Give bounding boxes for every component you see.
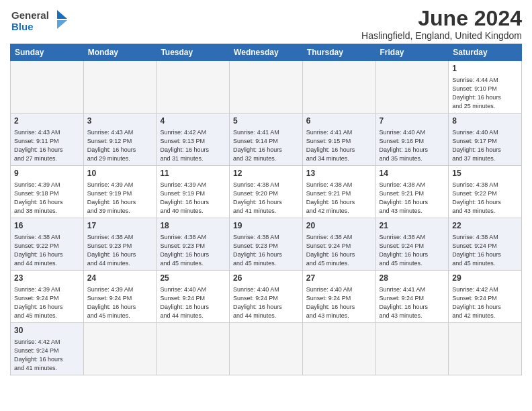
day-info: Sunrise: 4:41 AM Sunset: 9:24 PM Dayligh… — [380, 285, 445, 320]
calendar-day-cell — [375, 61, 449, 113]
day-number: 5 — [233, 116, 299, 127]
weekday-header-saturday: Saturday — [449, 44, 522, 61]
calendar-table: SundayMondayTuesdayWednesdayThursdayFrid… — [10, 44, 522, 375]
day-number: 14 — [380, 168, 445, 179]
day-number: 1 — [452, 63, 518, 75]
calendar-week-row: 1Sunrise: 4:44 AM Sunset: 9:10 PM Daylig… — [11, 61, 522, 113]
calendar-day-cell: 10Sunrise: 4:39 AM Sunset: 9:19 PM Dayli… — [83, 166, 157, 218]
day-number: 22 — [452, 220, 518, 232]
day-number: 23 — [14, 273, 80, 284]
day-number: 7 — [380, 116, 445, 127]
calendar-day-cell: 23Sunrise: 4:39 AM Sunset: 9:24 PM Dayli… — [11, 271, 84, 323]
title-block: June 2024 Haslingfield, England, United … — [361, 7, 522, 41]
calendar-day-cell: 9Sunrise: 4:39 AM Sunset: 9:18 PM Daylig… — [11, 166, 84, 218]
calendar-day-cell: 12Sunrise: 4:38 AM Sunset: 9:20 PM Dayli… — [230, 166, 303, 218]
day-number: 4 — [160, 116, 226, 127]
calendar-day-cell — [230, 61, 303, 113]
day-info: Sunrise: 4:38 AM Sunset: 9:21 PM Dayligh… — [380, 181, 445, 216]
calendar-day-cell: 19Sunrise: 4:38 AM Sunset: 9:23 PM Dayli… — [230, 218, 303, 271]
calendar-day-cell: 16Sunrise: 4:38 AM Sunset: 9:22 PM Dayli… — [11, 218, 84, 271]
day-info: Sunrise: 4:43 AM Sunset: 9:11 PM Dayligh… — [14, 128, 80, 163]
day-info: Sunrise: 4:38 AM Sunset: 9:23 PM Dayligh… — [87, 233, 153, 268]
calendar-day-cell: 28Sunrise: 4:41 AM Sunset: 9:24 PM Dayli… — [375, 271, 449, 323]
day-number: 21 — [380, 220, 445, 232]
day-info: Sunrise: 4:39 AM Sunset: 9:19 PM Dayligh… — [160, 181, 226, 216]
day-info: Sunrise: 4:42 AM Sunset: 9:24 PM Dayligh… — [14, 338, 80, 373]
calendar-week-row: 30Sunrise: 4:42 AM Sunset: 9:24 PM Dayli… — [11, 323, 522, 375]
day-number: 6 — [306, 116, 372, 127]
calendar-day-cell: 24Sunrise: 4:39 AM Sunset: 9:24 PM Dayli… — [83, 271, 157, 323]
day-number: 3 — [87, 116, 153, 127]
day-info: Sunrise: 4:38 AM Sunset: 9:23 PM Dayligh… — [160, 233, 226, 268]
day-info: Sunrise: 4:42 AM Sunset: 9:24 PM Dayligh… — [452, 285, 518, 320]
day-number: 18 — [160, 220, 226, 232]
weekday-header-monday: Monday — [83, 44, 157, 61]
calendar-day-cell: 20Sunrise: 4:38 AM Sunset: 9:24 PM Dayli… — [302, 218, 375, 271]
weekday-header-thursday: Thursday — [302, 44, 375, 61]
day-number: 25 — [160, 273, 226, 284]
calendar-day-cell: 29Sunrise: 4:42 AM Sunset: 9:24 PM Dayli… — [449, 271, 522, 323]
calendar-day-cell: 4Sunrise: 4:42 AM Sunset: 9:13 PM Daylig… — [157, 113, 230, 166]
svg-marker-2 — [57, 10, 67, 19]
day-info: Sunrise: 4:39 AM Sunset: 9:18 PM Dayligh… — [14, 181, 80, 216]
calendar-week-row: 9Sunrise: 4:39 AM Sunset: 9:18 PM Daylig… — [11, 166, 522, 218]
day-number: 20 — [306, 220, 372, 232]
weekday-header-tuesday: Tuesday — [157, 44, 230, 61]
day-info: Sunrise: 4:38 AM Sunset: 9:24 PM Dayligh… — [380, 233, 445, 268]
day-info: Sunrise: 4:44 AM Sunset: 9:10 PM Dayligh… — [452, 76, 518, 111]
calendar-day-cell: 5Sunrise: 4:41 AM Sunset: 9:14 PM Daylig… — [230, 113, 303, 166]
day-info: Sunrise: 4:38 AM Sunset: 9:24 PM Dayligh… — [306, 233, 372, 268]
day-number: 15 — [452, 168, 518, 179]
calendar-day-cell: 22Sunrise: 4:38 AM Sunset: 9:24 PM Dayli… — [449, 218, 522, 271]
weekday-header-friday: Friday — [375, 44, 449, 61]
calendar-day-cell: 3Sunrise: 4:43 AM Sunset: 9:12 PM Daylig… — [83, 113, 157, 166]
day-number: 11 — [160, 168, 226, 179]
day-number: 26 — [233, 273, 299, 284]
day-info: Sunrise: 4:42 AM Sunset: 9:13 PM Dayligh… — [160, 128, 226, 163]
calendar-week-row: 16Sunrise: 4:38 AM Sunset: 9:22 PM Dayli… — [11, 218, 522, 271]
day-number: 19 — [233, 220, 299, 232]
day-info: Sunrise: 4:38 AM Sunset: 9:23 PM Dayligh… — [233, 233, 299, 268]
calendar-day-cell — [157, 323, 230, 375]
day-number: 29 — [452, 273, 518, 284]
day-number: 12 — [233, 168, 299, 179]
location-subtitle: Haslingfield, England, United Kingdom — [361, 30, 522, 41]
day-number: 16 — [14, 220, 80, 232]
day-info: Sunrise: 4:38 AM Sunset: 9:21 PM Dayligh… — [306, 181, 372, 216]
weekday-header-sunday: Sunday — [11, 44, 84, 61]
calendar-day-cell: 27Sunrise: 4:40 AM Sunset: 9:24 PM Dayli… — [302, 271, 375, 323]
calendar-day-cell: 8Sunrise: 4:40 AM Sunset: 9:17 PM Daylig… — [449, 113, 522, 166]
day-number: 30 — [14, 325, 80, 336]
calendar-day-cell — [230, 323, 303, 375]
calendar-day-cell — [375, 323, 449, 375]
calendar-day-cell: 1Sunrise: 4:44 AM Sunset: 9:10 PM Daylig… — [449, 61, 522, 113]
day-number: 9 — [14, 168, 80, 179]
calendar-day-cell — [302, 323, 375, 375]
calendar-day-cell — [83, 61, 157, 113]
svg-text:General: General — [11, 9, 49, 21]
calendar-day-cell — [449, 323, 522, 375]
logo-icon: GeneralBlue — [10, 7, 71, 34]
day-info: Sunrise: 4:39 AM Sunset: 9:24 PM Dayligh… — [87, 285, 153, 320]
day-info: Sunrise: 4:43 AM Sunset: 9:12 PM Dayligh… — [87, 128, 153, 163]
svg-marker-3 — [57, 20, 67, 29]
calendar-day-cell: 21Sunrise: 4:38 AM Sunset: 9:24 PM Dayli… — [375, 218, 449, 271]
day-info: Sunrise: 4:41 AM Sunset: 9:14 PM Dayligh… — [233, 128, 299, 163]
day-info: Sunrise: 4:39 AM Sunset: 9:19 PM Dayligh… — [87, 181, 153, 216]
calendar-day-cell: 13Sunrise: 4:38 AM Sunset: 9:21 PM Dayli… — [302, 166, 375, 218]
calendar-day-cell — [157, 61, 230, 113]
day-info: Sunrise: 4:39 AM Sunset: 9:24 PM Dayligh… — [14, 285, 80, 320]
calendar-day-cell: 11Sunrise: 4:39 AM Sunset: 9:19 PM Dayli… — [157, 166, 230, 218]
calendar-day-cell: 15Sunrise: 4:38 AM Sunset: 9:22 PM Dayli… — [449, 166, 522, 218]
month-title: June 2024 — [361, 7, 522, 30]
day-info: Sunrise: 4:40 AM Sunset: 9:17 PM Dayligh… — [452, 128, 518, 163]
day-info: Sunrise: 4:38 AM Sunset: 9:22 PM Dayligh… — [452, 181, 518, 216]
day-info: Sunrise: 4:38 AM Sunset: 9:20 PM Dayligh… — [233, 181, 299, 216]
weekday-header-wednesday: Wednesday — [230, 44, 303, 61]
logo: GeneralBlue — [10, 7, 71, 34]
calendar-day-cell: 30Sunrise: 4:42 AM Sunset: 9:24 PM Dayli… — [11, 323, 84, 375]
day-number: 28 — [380, 273, 445, 284]
day-info: Sunrise: 4:40 AM Sunset: 9:24 PM Dayligh… — [233, 285, 299, 320]
day-number: 10 — [87, 168, 153, 179]
day-number: 2 — [14, 116, 80, 127]
